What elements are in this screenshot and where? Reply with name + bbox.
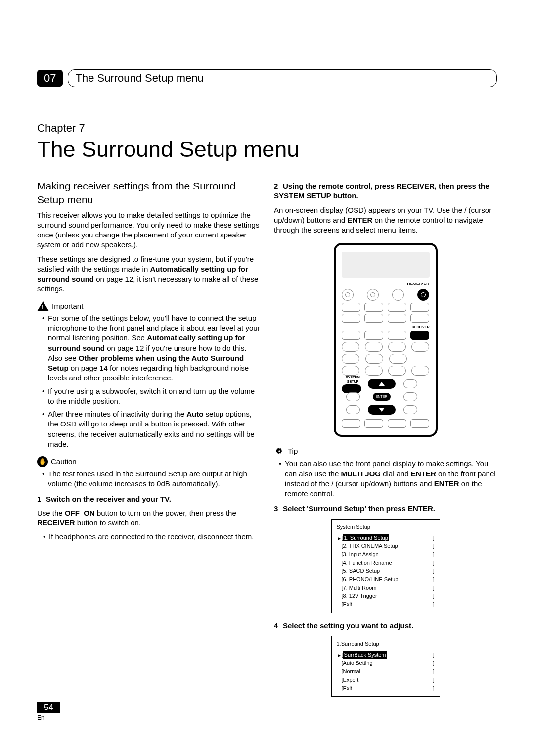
tip-list: You can also use the front panel display… bbox=[274, 459, 497, 499]
osd-text: 3. Input Assign bbox=[343, 551, 379, 558]
osd-item: [ 5. SACD Setup] bbox=[337, 567, 435, 575]
osd-item: [ Normal] bbox=[337, 667, 435, 676]
remote-row-7 bbox=[342, 366, 430, 376]
spacer bbox=[413, 354, 430, 363]
step-title: Using the remote control, press RECEIVER… bbox=[274, 182, 490, 200]
intro-paragraph-1: This receiver allows you to make detaile… bbox=[37, 210, 260, 250]
system-setup-button bbox=[342, 384, 361, 393]
remote-button bbox=[411, 342, 429, 352]
step-3-heading: 3Select 'Surround Setup' then press ENTE… bbox=[274, 504, 497, 514]
osd-text: 2. THX CINEMA Setup bbox=[343, 542, 398, 550]
enter-label: ENTER bbox=[411, 470, 436, 478]
osd-surround-setup: 1.Surround Setup [ SurrBack System] [ Au… bbox=[331, 636, 440, 697]
section-number-badge: 07 bbox=[37, 70, 63, 87]
osd-item: [ 7. Multi Room] bbox=[337, 584, 435, 592]
intro-paragraph-2: These settings are designed to fine-tune… bbox=[37, 254, 260, 294]
remote-row-6 bbox=[342, 354, 430, 364]
step-number: 1 bbox=[37, 494, 46, 504]
osd-item: [ Expert] bbox=[337, 676, 435, 684]
remote-screen bbox=[342, 252, 430, 278]
osd-text: 5. SACD Setup bbox=[343, 567, 380, 575]
receiver-label: RECEIVER bbox=[37, 519, 75, 527]
remote-receiver-label: RECEIVER bbox=[342, 282, 430, 287]
remote-illustration: RECEIVER RECEIVER bbox=[334, 243, 438, 437]
remote-button bbox=[342, 289, 354, 301]
remote-button bbox=[364, 314, 383, 323]
left-column: Making receiver settings from the Surrou… bbox=[37, 176, 260, 705]
remote-row-2 bbox=[342, 303, 430, 312]
remote-button bbox=[365, 366, 383, 376]
cursor-up-button bbox=[368, 379, 396, 389]
remote-button bbox=[342, 331, 360, 340]
right-column: 2Using the remote control, press RECEIVE… bbox=[274, 176, 497, 705]
remote-button bbox=[342, 354, 359, 364]
text: Use the bbox=[37, 509, 65, 517]
page-header: 07 The Surround Setup menu bbox=[37, 69, 497, 87]
subheading-making-settings: Making receiver settings from the Surrou… bbox=[37, 179, 260, 207]
text: on page 14 for notes regarding high back… bbox=[48, 364, 249, 382]
remote-button bbox=[388, 419, 406, 428]
caution-heading: ✋ Caution bbox=[37, 456, 260, 467]
osd-selected: 1. Surround Setup bbox=[343, 534, 389, 542]
caution-label: Caution bbox=[51, 457, 77, 467]
remote-row-4 bbox=[342, 331, 430, 340]
step-1-sub: If headphones are connected to the recei… bbox=[37, 532, 260, 542]
chapter-title: The Surround Setup menu bbox=[37, 137, 497, 162]
step-1-heading: 1Switch on the receiver and your TV. bbox=[37, 494, 260, 504]
hand-icon: ✋ bbox=[37, 456, 48, 467]
important-list: For some of the settings below, you'll h… bbox=[37, 313, 260, 449]
remote-button bbox=[388, 331, 406, 340]
remote-button bbox=[365, 342, 383, 352]
content-columns: Making receiver settings from the Surrou… bbox=[37, 176, 497, 705]
osd-item: [ 8. 12V Trigger] bbox=[337, 592, 435, 600]
gear-icon bbox=[274, 446, 285, 457]
section-title-pill: The Surround Setup menu bbox=[68, 69, 497, 87]
remote-nav-cluster: SYSTEM SETUP ENTER bbox=[342, 378, 430, 416]
remote-button bbox=[388, 342, 406, 352]
remote-button bbox=[342, 366, 359, 376]
warning-icon bbox=[37, 301, 49, 311]
osd-text: Expert bbox=[343, 676, 359, 684]
osd-text: Auto Setting bbox=[343, 660, 373, 667]
system-setup-label: SYSTEM SETUP bbox=[342, 375, 364, 384]
important-heading: Important bbox=[37, 301, 260, 311]
remote-button bbox=[403, 392, 417, 401]
important-label: Important bbox=[52, 301, 83, 311]
osd-item: [ 1. Surround Setup] bbox=[337, 534, 435, 542]
remote-button bbox=[364, 419, 383, 428]
enter-button: ENTER bbox=[373, 393, 391, 401]
osd-text: 6. PHONO/LINE Setup bbox=[343, 576, 399, 583]
pointer-icon bbox=[337, 534, 342, 542]
osd-text: Exit bbox=[343, 601, 352, 608]
tip-label: Tip bbox=[288, 446, 298, 456]
osd-item: [ 4. Function Rename] bbox=[337, 559, 435, 567]
step-number: 4 bbox=[274, 621, 283, 631]
step-2-body: An on-screen display (OSD) appears on yo… bbox=[274, 205, 497, 236]
remote-button bbox=[342, 419, 360, 428]
step-title: Select 'Surround Setup' then press ENTER… bbox=[283, 504, 435, 513]
remote-button bbox=[388, 303, 406, 312]
page-footer: 54 En bbox=[37, 702, 60, 721]
osd-item: [ 6. PHONO/LINE Setup] bbox=[337, 575, 435, 584]
text: dial and bbox=[381, 470, 411, 478]
text: button to turn on the power, then press … bbox=[95, 509, 236, 517]
remote-button bbox=[411, 366, 429, 376]
remote-button bbox=[410, 303, 429, 312]
pointer-icon bbox=[337, 651, 342, 659]
remote-button bbox=[388, 366, 406, 376]
osd-item: [ Exit] bbox=[337, 684, 435, 693]
cursor-down-button bbox=[368, 405, 396, 415]
osd-item: [ SurrBack System] bbox=[337, 651, 435, 659]
tip-heading: Tip bbox=[274, 446, 497, 457]
remote-button bbox=[403, 405, 417, 414]
osd-item: [ 3. Input Assign] bbox=[337, 550, 435, 559]
remote-button bbox=[367, 289, 379, 301]
remote-button bbox=[364, 331, 383, 340]
osd-text: 4. Function Rename bbox=[343, 559, 392, 567]
osd-selected: SurrBack System bbox=[343, 651, 387, 659]
remote-button bbox=[410, 419, 429, 428]
step-number: 2 bbox=[274, 181, 283, 191]
remote-row-5 bbox=[342, 342, 430, 352]
osd-text: 8. 12V Trigger bbox=[343, 592, 377, 600]
tip-item: You can also use the front panel display… bbox=[279, 459, 497, 499]
